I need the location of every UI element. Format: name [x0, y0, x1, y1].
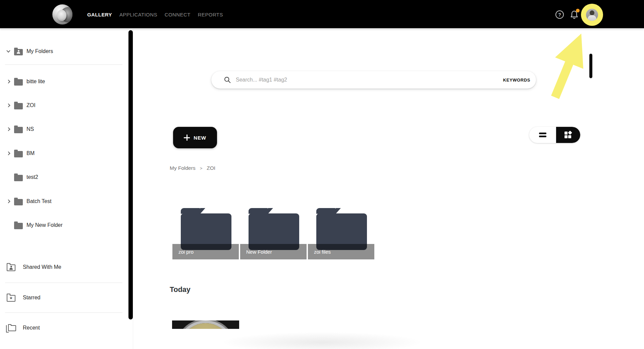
folder-card-label-band: New Folder	[240, 244, 307, 259]
nav-tab-reports[interactable]: REPORTS	[198, 12, 223, 17]
sidebar-divider	[5, 64, 122, 65]
user-avatar[interactable]	[586, 9, 598, 21]
sidebar-item-zoi[interactable]: ZOI	[0, 99, 126, 112]
breadcrumb-separator: >	[200, 166, 203, 171]
app-logo[interactable]	[52, 4, 72, 24]
folder-shared-icon	[14, 49, 23, 55]
sidebar-item-label: Starred	[23, 295, 40, 301]
sidebar-item-label: NS	[26, 126, 34, 132]
sidebar-item-label: My New Folder	[26, 222, 63, 228]
section-heading-today: Today	[170, 286, 191, 294]
sidebar-item-starred[interactable]: Starred	[0, 291, 126, 304]
notification-dot-badge	[576, 9, 580, 12]
folder-icon	[14, 103, 23, 109]
folder-card-grid: zoi pro New Folder zoi files	[172, 208, 376, 259]
grid-view-icon	[565, 131, 572, 139]
folder-icon	[14, 223, 23, 229]
plus-icon	[184, 135, 190, 141]
sidebar-item-label: My Folders	[26, 48, 53, 54]
chevron-right-icon[interactable]	[6, 199, 10, 203]
help-icon[interactable]: ?	[555, 10, 564, 19]
nav-tab-connect[interactable]: CONNECT	[165, 12, 191, 17]
sidebar-item-bm[interactable]: BM	[0, 147, 126, 160]
folder-card-zoi-pro[interactable]: zoi pro	[172, 208, 239, 259]
folder-person-outline-icon	[7, 264, 15, 271]
new-button-label: NEW	[194, 135, 206, 141]
folder-icon	[14, 199, 23, 205]
sidebar-item-my-new-folder[interactable]: My New Folder	[0, 218, 126, 232]
sidebar-item-label: ZOI	[26, 102, 36, 108]
sidebar-item-label: Batch Test	[26, 198, 51, 204]
sidebar-item-shared-with-me[interactable]: Shared With Me	[0, 260, 126, 274]
folder-icon	[14, 151, 23, 157]
search-bar: KEYWORDS	[211, 71, 536, 89]
sidebar-item-label: bitte lite	[26, 79, 45, 85]
folder-icon	[14, 175, 23, 181]
sidebar-item-label: Recent	[23, 325, 40, 331]
folder-card-zoi-files[interactable]: zoi files	[308, 208, 374, 259]
sidebar-scrollbar[interactable]	[128, 30, 133, 319]
sidebar-item-batch-test[interactable]: Batch Test	[0, 195, 126, 208]
sidebar-item-label: Shared With Me	[23, 264, 61, 270]
main-scrollbar[interactable]	[589, 54, 592, 78]
folder-card-label-band: zoi files	[308, 244, 374, 259]
folder-star-outline-icon	[7, 295, 15, 302]
nav-tab-gallery[interactable]: GALLERY	[87, 12, 112, 17]
bottom-sheet-shadow	[188, 332, 456, 349]
primary-nav: GALLERY APPLICATIONS CONNECT REPORTS	[87, 0, 223, 29]
new-button[interactable]: NEW	[173, 127, 217, 148]
search-icon	[224, 77, 231, 83]
folder-card-label-band: zoi pro	[172, 244, 239, 259]
gallery-app: GALLERY APPLICATIONS CONNECT REPORTS ? M…	[0, 0, 644, 349]
nav-tab-applications[interactable]: APPLICATIONS	[119, 12, 157, 17]
folders-outline-icon	[8, 325, 16, 331]
sidebar-item-my-folders[interactable]: My Folders	[0, 45, 126, 58]
sidebar-item-ns[interactable]: NS	[0, 122, 126, 136]
sidebar-scroll-track	[133, 30, 133, 349]
chevron-right-icon[interactable]	[6, 151, 10, 155]
sidebar-item-test2[interactable]: test2	[0, 170, 126, 184]
search-input[interactable]	[236, 77, 503, 83]
sidebar-item-recent[interactable]: Recent	[0, 321, 126, 335]
chevron-down-icon[interactable]	[6, 49, 10, 52]
breadcrumb-current: ZOI	[207, 165, 215, 171]
folder-card-name: zoi pro	[178, 249, 194, 255]
sidebar-divider	[5, 312, 122, 313]
chevron-right-icon[interactable]	[6, 127, 10, 131]
folder-card-name: New Folder	[246, 249, 272, 255]
chevron-right-icon[interactable]	[6, 103, 10, 107]
media-thumbnail[interactable]	[172, 320, 239, 329]
chevron-right-icon[interactable]	[6, 80, 10, 83]
sidebar-divider	[5, 283, 122, 283]
list-view-icon	[539, 133, 546, 137]
top-navbar: GALLERY APPLICATIONS CONNECT REPORTS ?	[0, 0, 644, 29]
view-toggle	[529, 127, 580, 143]
grid-view-button[interactable]	[556, 127, 580, 143]
sidebar-item-label: BM	[26, 150, 35, 156]
list-view-button[interactable]	[529, 127, 556, 143]
thumbnail-image-content	[179, 323, 232, 329]
folder-icon	[14, 127, 23, 133]
folder-card-new-folder[interactable]: New Folder	[240, 208, 307, 259]
breadcrumb-my-folders[interactable]: My Folders	[170, 165, 196, 171]
folder-icon	[14, 79, 23, 86]
sidebar-item-label: test2	[26, 174, 38, 180]
breadcrumb: My Folders > ZOI	[170, 165, 215, 171]
sidebar-item-bitte-lite[interactable]: bitte lite	[0, 75, 126, 88]
folder-card-name: zoi files	[314, 249, 331, 255]
keywords-toggle[interactable]: KEYWORDS	[503, 78, 530, 83]
folder-sidebar: My Folders bitte lite ZOI NS BM test2	[0, 30, 133, 349]
